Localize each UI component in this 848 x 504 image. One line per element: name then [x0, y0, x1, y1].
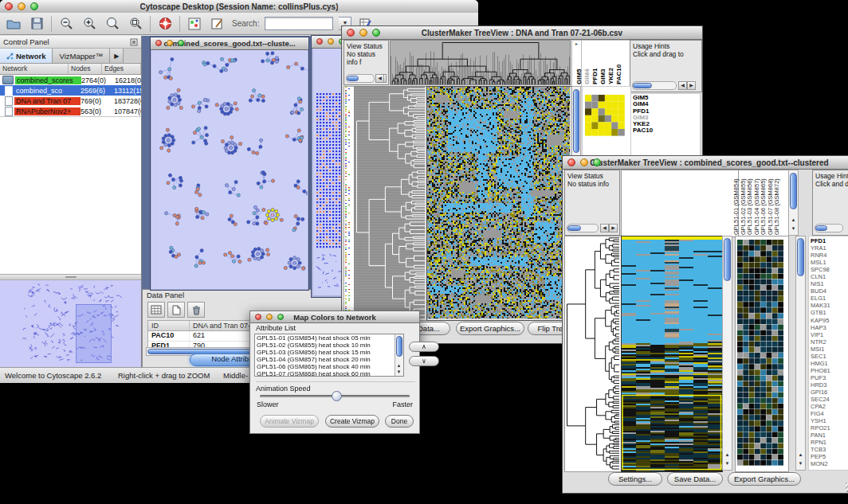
hscroll-thumb[interactable]: [815, 225, 827, 231]
delete-attribute-button[interactable]: [187, 302, 205, 318]
float-panel-icon[interactable]: [130, 38, 138, 46]
scroll-down-button[interactable]: ▼: [395, 369, 402, 375]
search-input[interactable]: [265, 17, 333, 30]
close-button[interactable]: [567, 158, 575, 166]
treeview1-titlebar[interactable]: ClusterMaker TreeView : DNA and Tran 07-…: [342, 26, 702, 40]
export-graphics-button[interactable]: Export Graphics...: [728, 472, 801, 486]
tab-overflow-button[interactable]: ▶: [110, 49, 124, 63]
zoom-fit-button[interactable]: [104, 15, 121, 33]
zoom-selected-button[interactable]: [127, 15, 144, 33]
zoom-out-button[interactable]: [57, 15, 75, 33]
help-button[interactable]: [156, 15, 174, 33]
scroll-up-button[interactable]: ▲: [395, 362, 402, 369]
hscroll-thumb[interactable]: [633, 83, 652, 88]
network-overview-canvas[interactable]: [0, 280, 140, 368]
scroll-down-button[interactable]: ▼: [796, 460, 805, 469]
heatmap-vscrollbar[interactable]: ▲ ▼: [722, 236, 732, 471]
scroll-right-button[interactable]: [384, 74, 387, 83]
vscroll-thumb[interactable]: [797, 238, 804, 276]
scroll-right-button[interactable]: ▶: [609, 224, 618, 232]
close-button[interactable]: [155, 40, 162, 46]
column-vscrollbar[interactable]: ▲ ▼: [788, 170, 799, 236]
usage-hints-hscrollbar[interactable]: [815, 224, 843, 232]
column-network[interactable]: Network: [0, 64, 69, 74]
network-list-row[interactable]: combined_sco2569(6)13112(15): [0, 85, 141, 96]
hscroll-thumb[interactable]: [567, 225, 581, 231]
scroll-down-button[interactable]: ▼: [723, 460, 732, 469]
row-dendrogram[interactable]: [355, 87, 425, 318]
view-status-hscrollbar[interactable]: [567, 224, 599, 232]
column-dendrogram[interactable]: [391, 41, 570, 84]
scroll-left-button[interactable]: ◀: [600, 224, 609, 232]
scroll-up-button[interactable]: ▲: [723, 451, 732, 460]
scroll-up-button[interactable]: ▲: [789, 217, 798, 225]
network-canvas[interactable]: [151, 50, 308, 289]
scroll-left-button[interactable]: ◀: [678, 81, 687, 90]
zoom-button[interactable]: [178, 40, 184, 46]
move-down-button[interactable]: ∨: [409, 356, 439, 366]
scroll-right-button[interactable]: ▶: [687, 81, 696, 90]
scroll-left-button[interactable]: ◀: [375, 74, 384, 83]
tab-vizmapper[interactable]: VizMapper™: [53, 49, 110, 63]
create-attribute-button[interactable]: [167, 302, 185, 318]
network-list-row[interactable]: combined_scores2764(0)16218(0): [0, 75, 141, 85]
zoom-vscrollbar[interactable]: ▲ ▼: [795, 236, 806, 471]
usage-hints-hscrollbar[interactable]: [632, 81, 677, 90]
row-dendrogram[interactable]: [565, 236, 619, 470]
attribute-item[interactable]: GPL51-07 (GSM868) heat shock 60 min: [257, 371, 402, 377]
annotation-button[interactable]: [209, 15, 226, 33]
create-vizmap-button[interactable]: Create Vizmap: [325, 415, 379, 428]
vscroll-thumb[interactable]: [790, 173, 797, 209]
open-file-button[interactable]: [5, 15, 22, 33]
save-button[interactable]: [28, 15, 45, 33]
done-button[interactable]: Done: [385, 415, 414, 428]
minimize-button[interactable]: [266, 314, 273, 320]
animation-speed-slider[interactable]: [260, 395, 410, 397]
heatmap[interactable]: [427, 87, 570, 318]
scroll-down-button[interactable]: ▼: [789, 225, 798, 234]
zoom-button[interactable]: [30, 2, 38, 10]
network-list-row[interactable]: RNAPuberNov2+563(0)107847(0): [0, 106, 141, 116]
main-titlebar[interactable]: Cytoscape Desktop (Session Name: collins…: [0, 0, 478, 14]
minimize-button[interactable]: [167, 40, 173, 46]
treeview2-titlebar[interactable]: ClusterMaker TreeView : combined_scores_…: [563, 156, 848, 170]
minimize-button[interactable]: [580, 158, 588, 166]
close-button[interactable]: [316, 38, 323, 45]
selection-zoom-heatmap[interactable]: [737, 240, 787, 468]
birdseye-view-button[interactable]: [186, 15, 203, 33]
panel-divider[interactable]: [0, 274, 141, 280]
column-edges[interactable]: Edges: [102, 64, 141, 74]
network-list-row[interactable]: DNA and Tran 07769(0)183728(0): [0, 96, 141, 106]
select-attributes-button[interactable]: [147, 302, 165, 318]
heatmap[interactable]: [622, 236, 722, 471]
attribute-list[interactable]: GPL51-01 (GSM854) heat shock 05 minGPL51…: [254, 334, 404, 377]
save-data-button[interactable]: Save Data...: [667, 472, 723, 486]
animate-vizmap-button[interactable]: Animate Vizmap: [260, 415, 319, 428]
minimize-button[interactable]: [18, 2, 26, 10]
column-id[interactable]: ID: [148, 321, 190, 330]
slider-thumb[interactable]: [332, 391, 342, 401]
scroll-up-button[interactable]: ▲: [796, 451, 805, 460]
vscroll-thumb[interactable]: [396, 336, 402, 357]
zoom-in-button[interactable]: [80, 15, 98, 33]
attribute-list-vscrollbar[interactable]: ▲ ▼: [395, 334, 403, 376]
settings-button[interactable]: Settings...: [608, 472, 662, 486]
minimize-button[interactable]: [359, 29, 367, 37]
view-status-hscrollbar[interactable]: [346, 74, 375, 83]
vscroll-thumb[interactable]: [724, 238, 731, 281]
minimize-button[interactable]: [328, 38, 334, 45]
network-titlebar[interactable]: combined_scores_good.txt--cluste...: [151, 37, 308, 50]
column-nodes[interactable]: Nodes: [69, 64, 102, 74]
zoom-button[interactable]: [593, 158, 601, 166]
zoom-button[interactable]: [372, 29, 380, 37]
close-button[interactable]: [5, 2, 13, 10]
export-graphics-button[interactable]: Export Graphics...: [456, 322, 524, 335]
selection-zoom-heatmap[interactable]: [585, 95, 625, 136]
zoom-button[interactable]: [277, 314, 284, 320]
tab-network[interactable]: Network: [0, 49, 53, 63]
close-button[interactable]: [347, 29, 355, 37]
hscroll-thumb[interactable]: [347, 76, 359, 81]
column-dendrogram-panel[interactable]: [621, 170, 739, 237]
close-button[interactable]: [255, 314, 261, 320]
dialog-titlebar[interactable]: Map Colors to Network: [250, 311, 419, 323]
